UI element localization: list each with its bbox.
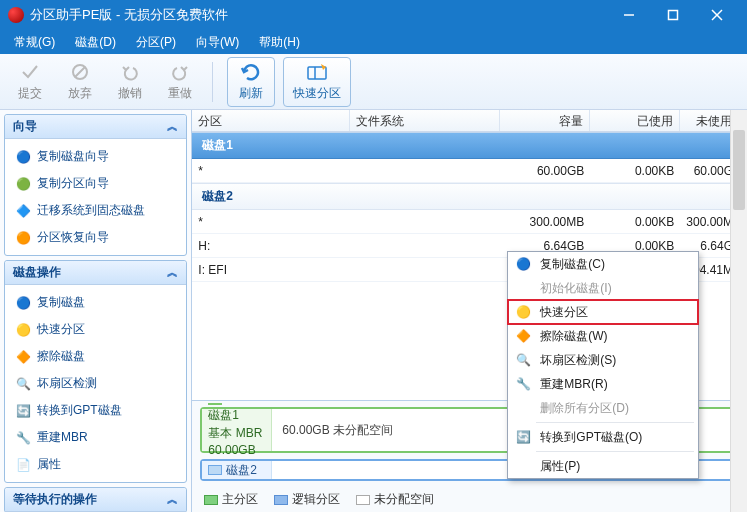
sidebar-item-migrate-ssd[interactable]: 🔷迁移系统到固态磁盘 [7, 197, 184, 224]
menu-partition[interactable]: 分区(P) [126, 31, 186, 54]
close-button[interactable] [695, 0, 739, 30]
disk-header-2[interactable]: 磁盘2 [192, 183, 747, 210]
disk-vis-size: 60.00GB [208, 443, 265, 457]
sidebar-item-label: 擦除磁盘 [37, 348, 85, 365]
sidebar-item-properties[interactable]: 📄属性 [7, 451, 184, 478]
sidebar: 向导 ︽ 🔵复制磁盘向导 🟢复制分区向导 🔷迁移系统到固态磁盘 🟠分区恢复向导 … [0, 110, 192, 512]
refresh-label: 刷新 [239, 85, 263, 102]
maximize-button[interactable] [651, 0, 695, 30]
cm-properties[interactable]: 属性(P) [508, 454, 698, 478]
sidebar-item-to-gpt[interactable]: 🔄转换到GPT磁盘 [7, 397, 184, 424]
cell-name: * [192, 212, 350, 232]
col-capacity[interactable]: 容量 [500, 110, 590, 131]
undo-button[interactable]: 撤销 [106, 57, 154, 107]
cell-name: I: EFI [192, 260, 350, 280]
quick-icon: 🟡 [15, 322, 31, 338]
sidebar-item-label: 重建MBR [37, 429, 88, 446]
col-filesystem[interactable]: 文件系统 [350, 110, 500, 131]
cm-separator [536, 451, 694, 452]
cell-used: 0.00KB [590, 161, 680, 181]
cell-name: * [192, 161, 350, 181]
sidebar-item-label: 分区恢复向导 [37, 229, 109, 246]
toolbar-separator [212, 62, 213, 102]
table-row[interactable]: * 60.00GB 0.00KB 60.00GB [192, 159, 747, 183]
menu-wizard[interactable]: 向导(W) [186, 31, 249, 54]
refresh-button[interactable]: 刷新 [227, 57, 275, 107]
cell-fs [350, 267, 500, 273]
undo-label: 撤销 [118, 85, 142, 102]
legend-label: 逻辑分区 [292, 491, 340, 508]
sidebar-item-label: 复制磁盘向导 [37, 148, 109, 165]
scrollbar-thumb[interactable] [733, 130, 745, 210]
disk-header-1[interactable]: 磁盘1 [192, 132, 747, 159]
cm-quick-partition[interactable]: 🟡快速分区 [508, 300, 698, 324]
sidebar-item-copy-partition-wizard[interactable]: 🟢复制分区向导 [7, 170, 184, 197]
mbr-icon: 🔧 [15, 430, 31, 446]
discard-button[interactable]: 放弃 [56, 57, 104, 107]
cm-label: 擦除磁盘(W) [540, 328, 607, 345]
sidebar-item-bad-sector[interactable]: 🔍坏扇区检测 [7, 370, 184, 397]
swatch-logical-icon [274, 495, 288, 505]
quick-partition-icon [306, 61, 328, 83]
svg-line-5 [75, 67, 85, 77]
properties-icon: 📄 [15, 457, 31, 473]
cm-rebuild-mbr[interactable]: 🔧重建MBR(R) [508, 372, 698, 396]
scrollbar-vertical[interactable] [730, 110, 747, 512]
table-header: 分区 文件系统 容量 已使用 未使用 [192, 110, 747, 132]
sidebar-item-rebuild-mbr[interactable]: 🔧重建MBR [7, 424, 184, 451]
cm-label: 快速分区 [540, 304, 588, 321]
cm-label: 重建MBR(R) [540, 376, 607, 393]
sidebar-item-copy-disk[interactable]: 🔵复制磁盘 [7, 289, 184, 316]
wizard-panel-header[interactable]: 向导 ︽ [5, 115, 186, 139]
legend-label: 未分配空间 [374, 491, 434, 508]
mbr-icon: 🔧 [514, 375, 532, 393]
chevron-up-icon: ︽ [167, 119, 178, 134]
sidebar-item-label: 迁移系统到固态磁盘 [37, 202, 145, 219]
sidebar-item-label: 转换到GPT磁盘 [37, 402, 122, 419]
commit-button[interactable]: 提交 [6, 57, 54, 107]
col-partition[interactable]: 分区 [192, 110, 350, 131]
check-icon [19, 61, 41, 83]
redo-button[interactable]: 重做 [156, 57, 204, 107]
legend-unalloc: 未分配空间 [356, 491, 434, 508]
redo-label: 重做 [168, 85, 192, 102]
cm-separator [536, 422, 694, 423]
sidebar-item-label: 属性 [37, 456, 61, 473]
pending-panel: 等待执行的操作 ︽ [4, 487, 187, 512]
legend-primary: 主分区 [204, 491, 258, 508]
disk-ops-panel-header[interactable]: 磁盘操作 ︽ [5, 261, 186, 285]
menu-disk[interactable]: 磁盘(D) [65, 31, 126, 54]
delete-icon [514, 399, 532, 417]
sidebar-item-label: 复制磁盘 [37, 294, 85, 311]
cell-used: 0.00KB [590, 212, 680, 232]
pending-panel-header[interactable]: 等待执行的操作 ︽ [5, 488, 186, 512]
chevron-up-icon: ︽ [167, 492, 178, 507]
cm-bad-sector[interactable]: 🔍坏扇区检测(S) [508, 348, 698, 372]
cm-init-disk: 初始化磁盘(I) [508, 276, 698, 300]
sidebar-item-wipe-disk[interactable]: 🔶擦除磁盘 [7, 343, 184, 370]
cm-to-gpt[interactable]: 🔄转换到GPT磁盘(O) [508, 425, 698, 449]
quick-partition-button[interactable]: 快速分区 [283, 57, 351, 107]
disk-icon [208, 403, 222, 405]
disk-copy-icon: 🔵 [15, 149, 31, 165]
quick-partition-label: 快速分区 [293, 85, 341, 102]
sidebar-item-label: 坏扇区检测 [37, 375, 97, 392]
disk-visual-label: 磁盘2 [202, 461, 272, 479]
pending-panel-title: 等待执行的操作 [13, 491, 97, 508]
minimize-button[interactable] [607, 0, 651, 30]
sidebar-item-partition-recovery[interactable]: 🟠分区恢复向导 [7, 224, 184, 251]
cm-label: 复制磁盘(C) [540, 256, 605, 273]
sidebar-item-copy-disk-wizard[interactable]: 🔵复制磁盘向导 [7, 143, 184, 170]
table-row[interactable]: * 300.00MB 0.00KB 300.00MB [192, 210, 747, 234]
gpt-icon: 🔄 [514, 428, 532, 446]
col-used[interactable]: 已使用 [590, 110, 680, 131]
disk-icon: 🔵 [15, 295, 31, 311]
cm-wipe-disk[interactable]: 🔶擦除磁盘(W) [508, 324, 698, 348]
menu-general[interactable]: 常规(G) [4, 31, 65, 54]
cm-copy-disk[interactable]: 🔵复制磁盘(C) [508, 252, 698, 276]
properties-icon [514, 457, 532, 475]
sidebar-item-quick-partition[interactable]: 🟡快速分区 [7, 316, 184, 343]
main-split: 向导 ︽ 🔵复制磁盘向导 🟢复制分区向导 🔷迁移系统到固态磁盘 🟠分区恢复向导 … [0, 110, 747, 512]
menu-help[interactable]: 帮助(H) [249, 31, 310, 54]
cm-label: 坏扇区检测(S) [540, 352, 616, 369]
